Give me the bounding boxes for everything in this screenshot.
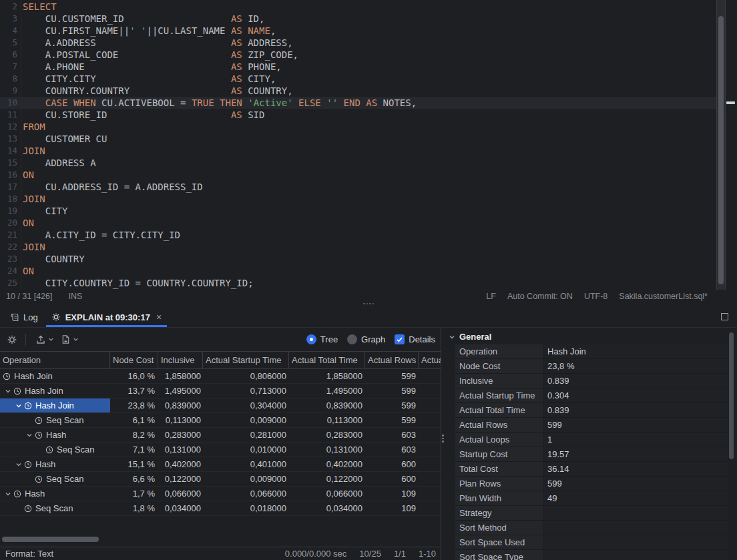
- plan-row[interactable]: Seq Scan7,1 %0,1310000,0100000,131000603: [0, 443, 441, 457]
- code-line[interactable]: 6 A.POSTAL_CODE AS ZIP_CODE,: [0, 49, 716, 61]
- editor-vertical-scrollbar[interactable]: [716, 0, 726, 290]
- column-header-inclusive[interactable]: Inclusive: [158, 352, 203, 368]
- code-line[interactable]: 10 CASE WHEN CU.ACTIVEBOOL = TRUE THEN '…: [0, 97, 716, 109]
- operation-label: Seq Scan: [35, 501, 73, 515]
- code-line[interactable]: 2SELECT: [0, 1, 716, 13]
- plan-row[interactable]: Hash Join23,8 %0,8390000,3040000,8390005…: [0, 398, 441, 413]
- plan-row[interactable]: Seq Scan1,8 %0,0340000,0180000,034000109: [0, 501, 441, 516]
- line-number: 24: [0, 265, 17, 277]
- code-line[interactable]: 21 A.CITY_ID = CITY.CITY_ID: [0, 229, 716, 241]
- property-value: [543, 535, 728, 549]
- property-row[interactable]: Sort Space Used: [455, 535, 728, 550]
- property-row[interactable]: Sort Method: [455, 521, 728, 535]
- expand-chevron-icon[interactable]: [13, 402, 24, 409]
- plan-row[interactable]: Hash1,7 %0,0660000,0660000,066000109: [0, 487, 441, 501]
- code-line[interactable]: 18JOIN: [0, 193, 716, 205]
- property-row[interactable]: Actual Loops1: [455, 433, 728, 447]
- column-header-operation[interactable]: Operation: [0, 352, 110, 368]
- code-text: CU.STORE_ID AS SID: [23, 109, 264, 121]
- vertical-scrollbar[interactable]: [729, 332, 734, 459]
- code-line[interactable]: 25 CITY.COUNTRY_ID = COUNTRY.COUNTRY_ID;: [0, 277, 716, 289]
- code-line[interactable]: 22JOIN: [0, 241, 716, 253]
- code-line[interactable]: 9 COUNTRY.COUNTRY AS COUNTRY,: [0, 85, 716, 97]
- plan-row[interactable]: Hash Join16,0 %1,8580000,8060001,8580005…: [0, 369, 441, 384]
- column-header-actual-rows[interactable]: Actual Rows: [365, 352, 419, 368]
- code-lines: 2SELECT3 CU.CUSTOMER_ID AS ID,4 CU.FIRST…: [0, 1, 716, 289]
- tab-explain[interactable]: EXPLAIN at 09:30:17 ×: [45, 307, 168, 327]
- expand-chevron-icon[interactable]: [3, 491, 13, 497]
- property-value: 0.304: [543, 388, 728, 402]
- operation-cell: Hash Join: [0, 369, 110, 383]
- plan-row[interactable]: Seq Scan6,1 %0,1130000,0090000,113000599: [0, 413, 441, 428]
- column-header-actual-startup-time[interactable]: Actual Startup Time: [203, 352, 289, 368]
- tab-log[interactable]: Log: [3, 307, 45, 327]
- line-number: 11: [0, 109, 17, 121]
- code-line[interactable]: 16ON: [0, 169, 716, 181]
- property-row[interactable]: Plan Width49: [455, 491, 728, 506]
- column-header-node-cost[interactable]: Node Cost: [110, 352, 158, 368]
- plan-row[interactable]: Hash15,1 %0,4020000,4010000,402000600: [0, 457, 441, 472]
- expand-chevron-icon[interactable]: [13, 461, 24, 468]
- code-line[interactable]: 19 CITY: [0, 205, 716, 217]
- code-line[interactable]: 24ON: [0, 265, 716, 277]
- actual-startup-time-cell: 0,304000: [203, 398, 289, 412]
- settings-gear-icon[interactable]: [7, 334, 17, 345]
- radio-tree[interactable]: Tree: [306, 334, 338, 344]
- code-line[interactable]: 23 COUNTRY: [0, 253, 716, 265]
- operation-cell: Hash Join: [0, 398, 110, 412]
- code-line[interactable]: 5 A.ADDRESS AS ADDRESS,: [0, 37, 716, 49]
- code-line[interactable]: 7 A.PHONE AS PHONE,: [0, 61, 716, 73]
- scrollbar-thumb[interactable]: [718, 16, 724, 284]
- insert-mode-indicator[interactable]: INS: [69, 292, 83, 301]
- code-line[interactable]: 14JOIN: [0, 145, 716, 157]
- plan-row[interactable]: Seq Scan6,6 %0,1220000,0090000,122000600: [0, 472, 441, 487]
- sql-editor[interactable]: 2SELECT3 CU.CUSTOMER_ID AS ID,4 CU.FIRST…: [0, 0, 716, 290]
- caret-position[interactable]: 10 / 31 [426]: [6, 292, 53, 301]
- property-row[interactable]: Node Cost23,8 %: [455, 359, 728, 374]
- property-row[interactable]: Actual Total Time0.839: [455, 403, 728, 418]
- auto-commit-toggle[interactable]: Auto Commit: ON: [507, 292, 573, 301]
- code-line[interactable]: 20ON: [0, 217, 716, 229]
- plan-row[interactable]: Hash Join13,7 %1,4950000,7130001,4950005…: [0, 384, 441, 398]
- column-header-actual-total-time[interactable]: Actual Total Time: [289, 352, 365, 368]
- property-row[interactable]: Inclusive0.839: [455, 374, 728, 388]
- property-row[interactable]: Total Cost36.14: [455, 462, 728, 477]
- document-button[interactable]: [61, 334, 79, 344]
- code-line[interactable]: 3 CU.CUSTOMER_ID AS ID,: [0, 13, 716, 25]
- close-tab-icon[interactable]: ×: [156, 312, 162, 322]
- property-row[interactable]: Startup Cost19.57: [455, 447, 728, 462]
- scrollbar-thumb[interactable]: [2, 537, 99, 542]
- code-line[interactable]: 11 CU.STORE_ID AS SID: [0, 109, 716, 121]
- maximize-panel-icon[interactable]: [721, 313, 728, 320]
- property-row[interactable]: Strategy: [455, 506, 728, 521]
- property-value: 0.839: [543, 374, 728, 388]
- property-row[interactable]: Actual Startup Time0.304: [455, 388, 728, 403]
- actual-rows-cell: 600: [365, 457, 419, 471]
- line-number: 19: [0, 205, 17, 217]
- column-header-actual-loops[interactable]: Actual Loops: [419, 352, 441, 368]
- code-line[interactable]: 15 ADDRESS A: [0, 157, 716, 169]
- inclusive-cell: 0,283000: [158, 428, 203, 442]
- plan-row[interactable]: Hash8,2 %0,2830000,2810000,283000603: [0, 428, 441, 443]
- export-button[interactable]: [35, 334, 54, 345]
- property-value: 599: [543, 418, 728, 432]
- code-line[interactable]: 12FROM: [0, 121, 716, 133]
- expand-chevron-icon[interactable]: [3, 388, 13, 394]
- code-line[interactable]: 17 CU.ADDRESS_ID = A.ADDRESS_ID: [0, 181, 716, 193]
- code-text: ON: [23, 217, 34, 229]
- horizontal-scrollbar[interactable]: [0, 535, 441, 544]
- checkbox-details[interactable]: Details: [395, 334, 435, 344]
- code-line[interactable]: 8 CITY.CITY AS CITY,: [0, 73, 716, 85]
- property-row[interactable]: Plan Rows599: [455, 477, 728, 491]
- code-line[interactable]: 4 CU.FIRST_NAME||' '||CU.LAST_NAME AS NA…: [0, 25, 716, 37]
- expand-chevron-icon[interactable]: [24, 432, 35, 439]
- property-row[interactable]: Actual Rows599: [455, 418, 728, 433]
- details-section-header[interactable]: General: [445, 328, 737, 344]
- panel-splitter-horizontal[interactable]: [0, 300, 737, 307]
- property-row[interactable]: OperationHash Join: [455, 344, 728, 359]
- radio-graph[interactable]: Graph: [347, 334, 385, 344]
- property-row[interactable]: Sort Space Type: [455, 550, 728, 560]
- property-value: 36.14: [543, 462, 728, 476]
- code-line[interactable]: 13 CUSTOMER CU: [0, 133, 716, 145]
- inclusive-cell: 0,402000: [158, 457, 203, 471]
